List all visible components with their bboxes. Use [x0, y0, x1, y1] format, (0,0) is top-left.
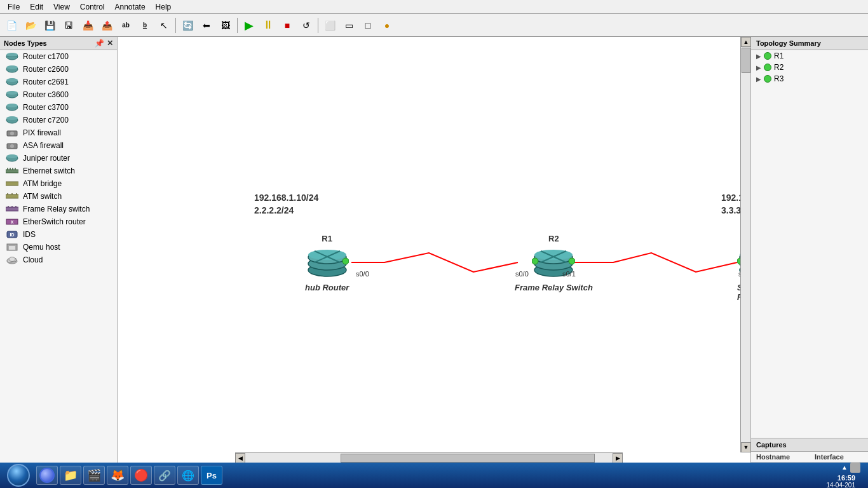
tb-console[interactable]: ⬜: [321, 17, 339, 34]
tb-circle[interactable]: ●: [378, 17, 396, 34]
tb-snapshot[interactable]: 🖼: [217, 17, 234, 34]
cloud-icon: [5, 255, 19, 265]
r2-caption: Frame Relay Switch: [515, 283, 593, 292]
svg-point-56: [532, 258, 538, 264]
tb-stop[interactable]: ■: [278, 17, 296, 34]
topo-r3-arrow: ▶: [756, 76, 761, 83]
vscroll-down[interactable]: ▼: [741, 442, 751, 452]
router-r2[interactable]: R2 Frame Relay Switch: [515, 234, 593, 292]
canvas-hscrollbar[interactable]: ◀ ▶: [235, 452, 623, 463]
node-frame-relay-switch[interactable]: Frame Relay switch: [0, 203, 117, 215]
router-c2691-icon: [5, 77, 19, 87]
menu-view[interactable]: View: [48, 1, 75, 13]
node-router-c7200[interactable]: Router c7200: [0, 114, 117, 126]
taskbar-media[interactable]: 🎬: [83, 466, 105, 485]
menu-edit[interactable]: Edit: [25, 1, 48, 13]
start-button[interactable]: [3, 465, 34, 485]
node-asa-firewall[interactable]: ASA firewall: [0, 139, 117, 152]
svg-point-16: [10, 144, 14, 148]
node-ids-label: IDS: [23, 230, 36, 239]
node-atm-switch[interactable]: ATM switch: [0, 190, 117, 203]
node-router-c2600[interactable]: Router c2600: [0, 63, 117, 76]
system-clock: 16:59 14-04-201: [826, 474, 860, 489]
tb-pause[interactable]: ⏸: [259, 17, 277, 34]
tray-arrow[interactable]: ▲: [841, 464, 848, 471]
node-qemu-host[interactable]: Qemu host: [0, 241, 117, 254]
svg-point-14: [10, 132, 14, 135]
tb-save-as[interactable]: 🖫: [60, 17, 78, 34]
menu-file[interactable]: File: [3, 1, 25, 13]
tb-reload[interactable]: ↺: [297, 17, 315, 34]
tb-text1[interactable]: ab: [117, 17, 135, 34]
close-icon[interactable]: ✕: [107, 39, 113, 48]
taskbar-firefox[interactable]: 🦊: [107, 466, 128, 485]
tb-pointer[interactable]: ↖: [155, 17, 173, 34]
canvas-vscrollbar[interactable]: ▲ ▼: [740, 37, 750, 452]
node-juniper-router[interactable]: Juniper router: [0, 152, 117, 165]
vscroll-track[interactable]: [741, 47, 750, 442]
node-ethernet-switch[interactable]: Ethernet switch: [0, 165, 117, 177]
tb-text2[interactable]: b: [136, 17, 154, 34]
hscroll-left[interactable]: ◀: [235, 453, 245, 463]
node-router-c1700[interactable]: Router c1700: [0, 50, 117, 63]
topo-r2-label: R2: [774, 63, 783, 72]
node-cloud[interactable]: Cloud: [0, 254, 117, 266]
node-atm-bridge[interactable]: ATM bridge: [0, 177, 117, 190]
node-atm-switch-label: ATM switch: [23, 192, 62, 201]
tb-rect[interactable]: □: [359, 17, 377, 34]
captures-col-hostname: Hostname: [751, 452, 810, 463]
node-router-c2691[interactable]: Router c2691: [0, 76, 117, 88]
tb-back[interactable]: ⬅: [198, 17, 215, 34]
hscroll-track[interactable]: [245, 453, 613, 463]
tb-new[interactable]: 📄: [3, 17, 20, 34]
topo-r3[interactable]: ▶ R3: [751, 73, 868, 85]
menu-help[interactable]: Help: [151, 1, 177, 13]
hscroll-right[interactable]: ▶: [613, 453, 623, 463]
canvas-area[interactable]: R1 hub Router s0/0 192.168.1.10/24: [118, 37, 750, 463]
tb-sep2: [237, 18, 238, 33]
taskbar-browser[interactable]: 🌐: [177, 466, 199, 485]
tb-refresh[interactable]: 🔄: [179, 17, 196, 34]
node-router-c1700-label: Router c1700: [23, 52, 69, 61]
svg-point-6: [6, 78, 18, 82]
taskbar-explorer[interactable]: [36, 466, 58, 485]
node-ids[interactable]: ID IDS: [0, 228, 117, 241]
svg-text:ID: ID: [10, 233, 15, 237]
juniper-router-icon: [5, 153, 19, 163]
ids-icon: ID: [5, 229, 19, 240]
taskbar-app1[interactable]: 🔴: [130, 466, 152, 485]
r1-interface-label: s0/0: [356, 270, 369, 278]
vscroll-up[interactable]: ▲: [741, 37, 751, 47]
tb-save[interactable]: 💾: [41, 17, 58, 34]
svg-point-57: [569, 258, 575, 264]
clock-date: 14-04-201: [826, 482, 855, 489]
svg-point-42: [9, 257, 15, 262]
node-pix-firewall[interactable]: PIX firewall: [0, 126, 117, 139]
vscroll-thumb[interactable]: [742, 48, 750, 73]
tb-open[interactable]: 📂: [22, 17, 39, 34]
asa-firewall-icon: [5, 140, 19, 151]
taskbar-photoshop[interactable]: Ps: [201, 466, 222, 485]
tb-console-all[interactable]: ▭: [340, 17, 358, 34]
topo-r1[interactable]: ▶ R1: [751, 50, 868, 62]
menu-control[interactable]: Control: [75, 1, 110, 13]
tb-import[interactable]: 📥: [79, 17, 97, 34]
router-r1[interactable]: R1 hub Router: [305, 234, 349, 292]
node-router-c3700[interactable]: Router c3700: [0, 101, 117, 114]
node-etherswitch-router[interactable]: X EtherSwitch router: [0, 215, 117, 228]
tb-play[interactable]: ▶: [240, 17, 258, 34]
node-router-c3600[interactable]: Router c3600: [0, 88, 117, 101]
taskbar-network[interactable]: 🔗: [154, 466, 175, 485]
topo-r2[interactable]: ▶ R2: [751, 62, 868, 73]
node-etherswitch-router-label: EtherSwitch router: [23, 217, 86, 226]
router-c3700-icon: [5, 102, 19, 112]
hscroll-thumb[interactable]: [341, 454, 595, 463]
atm-switch-icon: [5, 191, 19, 201]
taskbar-folder[interactable]: 📁: [60, 466, 81, 485]
pin-icon[interactable]: 📌: [95, 39, 104, 48]
menu-annotate[interactable]: Annotate: [110, 1, 151, 13]
tb-export[interactable]: 📤: [98, 17, 116, 34]
system-tray: ▲ 16:59 14-04-201: [826, 463, 865, 489]
svg-rect-19: [6, 170, 18, 173]
start-orb[interactable]: [7, 464, 30, 487]
